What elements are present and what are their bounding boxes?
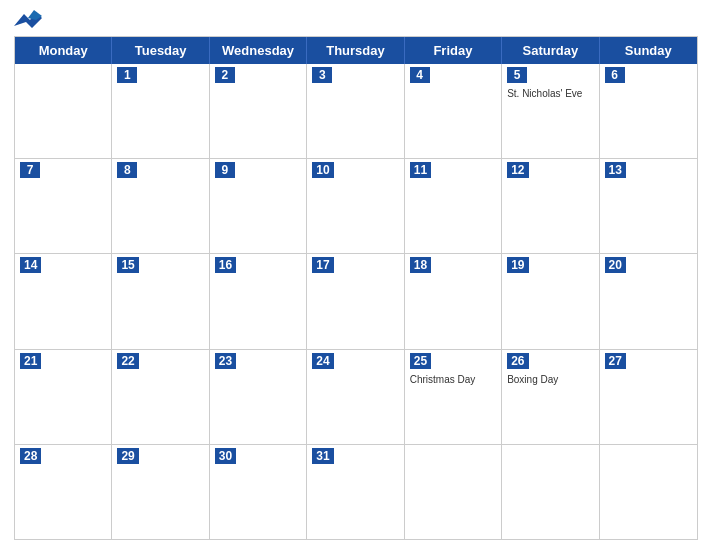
calendar-cell: 6 (600, 64, 697, 158)
calendar-cell: 24 (307, 350, 404, 444)
day-number: 12 (507, 162, 528, 178)
day-number: 31 (312, 448, 333, 464)
calendar-cell: 18 (405, 254, 502, 348)
logo (14, 10, 50, 32)
calendar-cell: 5St. Nicholas' Eve (502, 64, 599, 158)
calendar-header: MondayTuesdayWednesdayThursdayFridaySatu… (15, 37, 697, 64)
calendar-cell: 4 (405, 64, 502, 158)
day-number: 8 (117, 162, 137, 178)
day-number: 6 (605, 67, 625, 83)
day-number: 23 (215, 353, 236, 369)
day-number: 3 (312, 67, 332, 83)
calendar-cell: 27 (600, 350, 697, 444)
calendar-cell: 25Christmas Day (405, 350, 502, 444)
calendar-body: 12345St. Nicholas' Eve678910111213141516… (15, 64, 697, 539)
calendar-cell: 26Boxing Day (502, 350, 599, 444)
calendar-cell: 2 (210, 64, 307, 158)
weekday-header-saturday: Saturday (502, 37, 599, 64)
day-number: 11 (410, 162, 431, 178)
calendar-cell (600, 445, 697, 539)
day-number: 25 (410, 353, 431, 369)
calendar-row-4: 2122232425Christmas Day26Boxing Day27 (15, 350, 697, 445)
calendar-cell: 31 (307, 445, 404, 539)
calendar-cell: 29 (112, 445, 209, 539)
day-number: 22 (117, 353, 138, 369)
top-bar (14, 10, 698, 32)
calendar-cell: 20 (600, 254, 697, 348)
day-number: 21 (20, 353, 41, 369)
calendar-cell (502, 445, 599, 539)
event-label: Boxing Day (507, 374, 593, 385)
weekday-header-friday: Friday (405, 37, 502, 64)
weekday-header-sunday: Sunday (600, 37, 697, 64)
day-number: 15 (117, 257, 138, 273)
day-number: 5 (507, 67, 527, 83)
day-number: 28 (20, 448, 41, 464)
calendar-page: MondayTuesdayWednesdayThursdayFridaySatu… (0, 0, 712, 550)
day-number: 29 (117, 448, 138, 464)
calendar-row-5: 28293031 (15, 445, 697, 539)
day-number: 20 (605, 257, 626, 273)
day-number: 4 (410, 67, 430, 83)
day-number: 14 (20, 257, 41, 273)
calendar-grid: MondayTuesdayWednesdayThursdayFridaySatu… (14, 36, 698, 540)
day-number: 7 (20, 162, 40, 178)
calendar-cell: 15 (112, 254, 209, 348)
day-number: 2 (215, 67, 235, 83)
weekday-header-wednesday: Wednesday (210, 37, 307, 64)
day-number: 9 (215, 162, 235, 178)
day-number: 24 (312, 353, 333, 369)
calendar-cell: 17 (307, 254, 404, 348)
calendar-cell: 13 (600, 159, 697, 253)
day-number: 30 (215, 448, 236, 464)
calendar-row-3: 14151617181920 (15, 254, 697, 349)
calendar-cell: 7 (15, 159, 112, 253)
calendar-cell: 19 (502, 254, 599, 348)
calendar-cell: 21 (15, 350, 112, 444)
day-number: 26 (507, 353, 528, 369)
calendar-cell: 28 (15, 445, 112, 539)
day-number: 13 (605, 162, 626, 178)
calendar-cell (15, 64, 112, 158)
calendar-cell: 30 (210, 445, 307, 539)
logo-icon (14, 10, 42, 32)
calendar-cell (405, 445, 502, 539)
day-number: 17 (312, 257, 333, 273)
weekday-header-thursday: Thursday (307, 37, 404, 64)
calendar-cell: 11 (405, 159, 502, 253)
calendar-cell: 23 (210, 350, 307, 444)
day-number: 18 (410, 257, 431, 273)
calendar-cell: 22 (112, 350, 209, 444)
calendar-row-1: 12345St. Nicholas' Eve6 (15, 64, 697, 159)
weekday-header-tuesday: Tuesday (112, 37, 209, 64)
day-number: 27 (605, 353, 626, 369)
event-label: Christmas Day (410, 374, 496, 385)
calendar-cell: 14 (15, 254, 112, 348)
calendar-cell: 1 (112, 64, 209, 158)
calendar-cell: 8 (112, 159, 209, 253)
calendar-cell: 12 (502, 159, 599, 253)
day-number: 16 (215, 257, 236, 273)
day-number: 10 (312, 162, 333, 178)
calendar-cell: 3 (307, 64, 404, 158)
day-number: 19 (507, 257, 528, 273)
calendar-row-2: 78910111213 (15, 159, 697, 254)
event-label: St. Nicholas' Eve (507, 88, 593, 99)
day-number: 1 (117, 67, 137, 83)
calendar-cell: 9 (210, 159, 307, 253)
weekday-header-monday: Monday (15, 37, 112, 64)
calendar-cell: 16 (210, 254, 307, 348)
calendar-cell: 10 (307, 159, 404, 253)
